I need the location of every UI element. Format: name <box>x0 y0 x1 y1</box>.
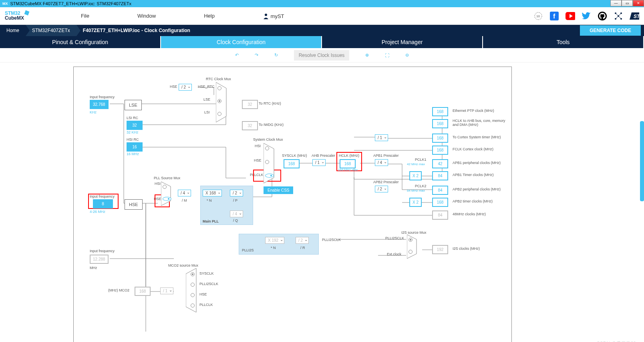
ahb-select[interactable]: / 1 <box>312 159 326 166</box>
resolve-button[interactable]: Resolve Clock Issues <box>294 50 350 61</box>
tab-project[interactable]: Project Manager <box>322 36 483 48</box>
redo-icon[interactable]: ↷ <box>255 53 258 58</box>
menu-window[interactable]: Window <box>137 13 156 19</box>
hse-freq-label: Input frequency <box>90 194 115 198</box>
pll-q-label: / Q <box>233 219 238 223</box>
menu-myst[interactable]: myST <box>263 13 284 19</box>
rtc-out-label: To RTC (KHz) <box>259 101 281 105</box>
apb1-select[interactable]: / 4 <box>375 159 388 166</box>
apb2-select[interactable]: / 2 <box>375 186 388 192</box>
apb1-label: APB1 Prescaler <box>373 154 399 158</box>
plli2s-r[interactable]: / 2 <box>296 237 309 244</box>
cortex-value: 168 <box>432 134 448 143</box>
minimize-button[interactable]: — <box>610 0 622 6</box>
mco2-hse: HSE <box>199 292 207 296</box>
i2s-mux[interactable] <box>407 235 419 259</box>
cortex-label: To Cortex System timer (MHz) <box>453 135 501 139</box>
plli2s-n-label: * N <box>271 246 276 250</box>
logo: STM32CubeMX <box>5 9 33 23</box>
zoom-in-icon[interactable]: ⊕ <box>365 53 369 58</box>
pll-p[interactable]: / 2 <box>230 190 243 196</box>
clk48-value: 84 <box>432 210 448 220</box>
lsi-label: LSI RC <box>127 116 138 120</box>
hse-sig: HSE <box>170 85 177 89</box>
mco2-label-head: MCO2 source Mux <box>168 263 198 267</box>
st-logo-icon[interactable]: ST <box>630 11 639 21</box>
lse-freq-input[interactable]: 32.768 <box>90 100 109 109</box>
hclk-value[interactable]: 168 <box>340 159 356 168</box>
sys-hsi: HSI <box>255 144 261 148</box>
generate-code-button[interactable]: GENERATE CODE <box>580 25 641 36</box>
hsi-value: 16 <box>127 142 143 152</box>
pll-src-mux[interactable] <box>161 182 173 206</box>
eth-value: 168 <box>432 107 448 116</box>
sys-hse: HSE <box>254 158 262 162</box>
i2s-ext: Ext.clock <box>387 252 401 256</box>
fit-icon[interactable]: ⛶ <box>385 53 389 58</box>
toolbar: ↶ ↷ ↻ Resolve Clock Issues ⊕ ⛶ ⊖ <box>0 48 644 63</box>
menu-file[interactable]: File <box>81 13 89 19</box>
vertical-scrollbar[interactable] <box>640 121 644 201</box>
mco2-mux[interactable] <box>186 268 199 313</box>
title-bar: MX STM32CubeMX F407ZET7_ETH+LWIP.ioc: ST… <box>0 0 644 7</box>
tab-clock[interactable]: Clock Configuration <box>161 36 322 48</box>
lsi-value: 32 <box>127 121 143 130</box>
svg-point-3 <box>265 14 267 16</box>
hse-block: HSE <box>125 199 143 210</box>
fclk-value: 168 <box>432 146 448 155</box>
crumb-project[interactable]: F407ZET7_ETH+LWIP.ioc - Clock Configurat… <box>76 25 197 36</box>
rtc-mux[interactable] <box>216 82 229 123</box>
pll-n[interactable]: X 168 <box>203 190 222 196</box>
pll-q[interactable]: / 4 <box>230 210 243 217</box>
pclk1-max: 42 MHz max <box>407 162 425 166</box>
tab-tools[interactable]: Tools <box>483 36 644 48</box>
pll-main-label: Main PLL <box>203 219 219 223</box>
menu-help[interactable]: Help <box>204 13 215 19</box>
plli2s-n[interactable]: X 192 <box>265 237 284 244</box>
apb2-label: APB2 Prescaler <box>373 180 399 184</box>
i2s-out-label: I2S clocks (MHz) <box>453 247 480 251</box>
refresh-icon[interactable]: ↻ <box>274 53 278 58</box>
plli2sclk-label: PLLI2SCLK <box>322 238 341 242</box>
plli2sclk2: PLLI2SCLK <box>385 236 404 240</box>
youtube-icon[interactable] <box>566 11 575 21</box>
tab-pinout[interactable]: Pinout & Configuration <box>0 36 161 48</box>
mco2-div[interactable]: / 1 <box>160 287 173 294</box>
pll-m-label: / M <box>182 198 187 202</box>
plli2s-label: PLLI2S <box>242 248 254 252</box>
maximize-button[interactable]: ▭ <box>622 0 633 6</box>
badge-icon[interactable]: 10 <box>533 11 543 21</box>
apb1-tim-label: APB1 Timer clocks (MHz) <box>453 173 494 177</box>
apb2-peri-label: APB2 peripheral clocks (MHz) <box>453 187 501 191</box>
undo-icon[interactable]: ↶ <box>235 53 239 58</box>
twitter-icon[interactable] <box>582 11 591 21</box>
plli2s-r-label: / R <box>300 246 305 250</box>
ahb-label: AHB Prescaler <box>312 154 335 158</box>
enable-css-button[interactable]: Enable CSS <box>264 186 293 194</box>
facebook-icon[interactable]: f <box>549 11 559 21</box>
mco2-sysclk: SYSCLK <box>199 271 214 275</box>
i2s-freq-input[interactable]: 12.288 <box>90 255 109 264</box>
crumb-chip[interactable]: STM32F407ZETx <box>26 25 76 36</box>
pclk1-label: PCLK1 <box>415 158 427 162</box>
hse-freq-input[interactable]: 8 <box>93 199 113 208</box>
crumb-home[interactable]: Home <box>0 25 26 36</box>
cortex-div[interactable]: / 1 <box>375 134 388 141</box>
rtc-mux-label: RTC Clock Mux <box>206 77 231 81</box>
rtc-hse-div[interactable]: / 2 <box>179 84 192 91</box>
svg-text:CubeMX: CubeMX <box>5 15 24 21</box>
zoom-out-icon[interactable]: ⊖ <box>405 53 409 58</box>
i2s-unit: MHz <box>90 266 97 270</box>
watermark: CSDN @千里马02 <box>596 340 636 342</box>
network-icon[interactable] <box>614 11 623 21</box>
sys-mux[interactable] <box>264 143 276 184</box>
apb2-peri-value: 84 <box>432 186 448 195</box>
mco2-pll: PLLCLK <box>199 303 213 307</box>
github-icon[interactable] <box>598 11 607 21</box>
clock-diagram[interactable]: Input frequency 32.768 KHz LSE LSI RC 32… <box>73 67 512 342</box>
pll-m[interactable]: / 4 <box>178 190 191 196</box>
pll-p-label: / P <box>233 198 237 202</box>
i2s-freq-label: Input frequency <box>90 249 115 253</box>
fclk-label: FCLK Cortex clock (MHz) <box>453 147 493 151</box>
close-button[interactable]: ✕ <box>633 0 644 6</box>
